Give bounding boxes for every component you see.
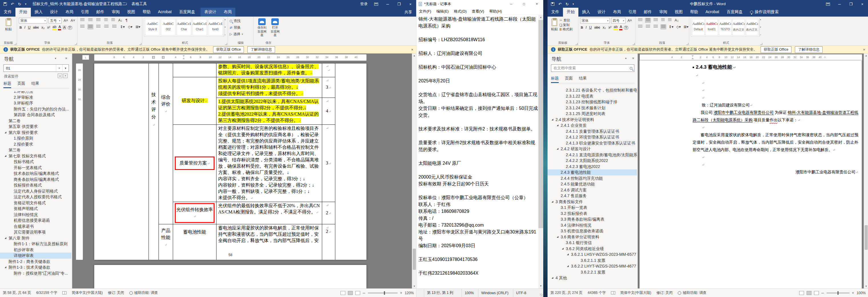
right-document-area[interactable]: 42 246810121416182022242628303234363840 …: [638, 54, 864, 289]
nav-item[interactable]: ◢4 其他: [548, 275, 637, 281]
nav-pane-dropdown-icon[interactable]: ▾: [625, 57, 627, 60]
enclose-char-icon[interactable]: 字: [624, 26, 628, 30]
nav-item[interactable]: 附件五：失信行为的扣分办法...: [0, 106, 71, 112]
nav-item[interactable]: 3.3 商务条款响应/偏离表: [548, 216, 637, 222]
ribbon-display-options-icon[interactable]: [370, 0, 382, 8]
save-icon[interactable]: [551, 2, 554, 6]
nav-item[interactable]: 资格证明文件格式: [0, 200, 71, 206]
nav-item[interactable]: 第三卷: [0, 147, 71, 153]
nav-item[interactable]: 3.6.1 银行资信: [548, 240, 637, 246]
accessibility-status[interactable]: 辅助功能: 调查: [683, 291, 706, 295]
menu-文件(F)[interactable]: 文件(F): [416, 9, 434, 14]
left-doc-scrollbar[interactable]: ▲▼: [412, 54, 416, 289]
nav-item[interactable]: ◢附件1-3：技术关键条款: [0, 264, 71, 270]
nav-pane-close-icon[interactable]: ×: [632, 56, 634, 60]
tell-me-search[interactable]: 操作说明搜索: [746, 8, 782, 17]
notice-close-icon[interactable]: ×: [411, 48, 413, 52]
nav-pane-dropdown-icon[interactable]: ▾: [55, 57, 56, 60]
sort-icon[interactable]: A↓: [674, 18, 680, 23]
tab-selector-box[interactable]: L: [82, 55, 89, 60]
style-chip-Char1[interactable]: AaBbCcDChar1: [192, 19, 207, 35]
ribbon-tab-Acrobat[interactable]: Acrobat: [154, 8, 175, 17]
superscript-icon[interactable]: x²: [608, 25, 612, 30]
grow-font-icon[interactable]: A˄: [627, 19, 633, 23]
select-button[interactable]: ▷选择▾: [230, 32, 252, 37]
notepad-text-area[interactable]: 锦州-大有能源基地-盘锦输油管道工程线路二标段（太阳能电源系统）采购招标编号：L…: [416, 15, 538, 289]
nav-tab-标题[interactable]: 标题: [3, 81, 11, 88]
restore-button[interactable]: ❐: [845, 0, 857, 8]
styles-gallery-scroll[interactable]: ▴▾▿: [224, 18, 226, 37]
get-genuine-office-button[interactable]: 获取正版 Office: [761, 46, 792, 53]
subscript-icon[interactable]: x₂: [41, 25, 45, 30]
nav-item[interactable]: 2.4.6 调试方案: [548, 187, 637, 193]
multilevel-list-icon[interactable]: [95, 18, 101, 23]
nav-tab-页面[interactable]: 页面: [565, 76, 573, 83]
ribbon-tab-文件[interactable]: 文件: [0, 8, 16, 17]
align-center-icon[interactable]: [87, 24, 93, 29]
font-color-icon[interactable]: A: [58, 25, 61, 30]
ribbon-tab-开始[interactable]: 开始: [16, 8, 31, 17]
learn-more-button[interactable]: 了解详细信息: [247, 46, 275, 53]
proofing-icon[interactable]: [62, 291, 67, 294]
nav-item[interactable]: 3.评标程序: [0, 100, 71, 106]
superscript-icon[interactable]: x²: [46, 25, 51, 30]
language-indicator[interactable]: 简体中文(中国大陆): [620, 291, 651, 295]
ribbon-tab-视图[interactable]: 视图: [123, 8, 139, 17]
zoom-slider[interactable]: [368, 293, 398, 293]
zoom-in-icon[interactable]: +: [852, 291, 854, 295]
nav-item[interactable]: 附件1-1：评标方法及授标原则: [0, 241, 71, 247]
nav-item[interactable]: 第四章 合同条款及格式: [0, 112, 71, 118]
table-column-marker-icon[interactable]: [152, 56, 155, 59]
search-magnifier-icon[interactable]: [628, 65, 634, 72]
nav-item[interactable]: 2.3.1.21 各设备尺寸，包括控制柜和蓄电...: [548, 87, 637, 93]
accessibility-status[interactable]: 辅助功能: 调查: [134, 291, 158, 295]
track-changes-indicator[interactable]: 修订: 关闭: [108, 291, 124, 295]
sort-icon[interactable]: A↓: [118, 18, 123, 23]
ribbon-tab-邮件[interactable]: 邮件: [93, 8, 108, 17]
read-mode-icon[interactable]: [799, 291, 804, 295]
collapse-arrow-icon[interactable]: ◢: [562, 246, 563, 252]
indent-marker-icon[interactable]: [183, 55, 185, 59]
qat-customize-icon[interactable]: ▾: [25, 3, 27, 5]
nav-item[interactable]: 2.4.7 售后服务: [548, 193, 637, 199]
collapse-arrow-icon[interactable]: ◢: [557, 146, 558, 152]
justify-icon[interactable]: [660, 24, 666, 29]
paste-button[interactable]: 粘贴: [549, 18, 560, 33]
style-chip-TESTO[interactable]: AaBbCcITESTO: [719, 19, 732, 35]
nav-item[interactable]: 3.5 机密信息接收承诺函: [548, 228, 637, 234]
nav-item[interactable]: ◢3.6.2.1 LHSY-WZGS-2023-MM-6577: [548, 251, 637, 258]
redo-icon[interactable]: ↻: [565, 2, 569, 6]
nav-item[interactable]: ◢2.4 技术评分证明资料: [548, 117, 637, 123]
zoom-slider-thumb[interactable]: [837, 291, 839, 295]
word-count[interactable]: 44365 个字: [588, 291, 606, 295]
nav-item[interactable]: 3.6.2.1.1 发票: [548, 258, 637, 264]
styles-launcher-icon[interactable]: [225, 43, 227, 45]
nav-item[interactable]: ◢3.6.2.2 LHYT-WZGS-2025-MM-4677: [548, 263, 637, 269]
subscript-icon[interactable]: x₂: [602, 25, 607, 30]
nav-tab-结果[interactable]: 结果: [31, 81, 39, 88]
zoom-level[interactable]: 120%: [405, 291, 414, 295]
ribbon-tab-开始[interactable]: 开始: [563, 8, 578, 17]
web-layout-icon[interactable]: [355, 291, 360, 295]
bullets-icon[interactable]: [637, 18, 643, 23]
menu-编辑(E)[interactable]: 编辑(E): [434, 9, 451, 14]
collapse-arrow-icon[interactable]: ◢: [557, 234, 558, 240]
format-painter-button[interactable]: 格式刷: [560, 28, 573, 31]
zoom-slider[interactable]: [827, 293, 849, 293]
nav-item[interactable]: 3.6.2.2.1 发票: [548, 269, 637, 275]
ribbon-tab-Acrobat[interactable]: Acrobat: [702, 8, 723, 17]
italic-icon[interactable]: I: [24, 25, 26, 30]
line-spacing-icon[interactable]: ⇕▾: [119, 25, 125, 29]
nav-search-box[interactable]: 在文档中搜索: [551, 64, 634, 72]
nav-item[interactable]: 3.2 投标报价表: [548, 211, 637, 217]
web-layout-icon[interactable]: [814, 291, 819, 295]
cut-button[interactable]: ✂剪切: [560, 19, 573, 22]
nav-item[interactable]: 2.4.1.2 环境管理体系认证证书: [548, 134, 637, 140]
copy-button[interactable]: 复制: [560, 24, 573, 27]
shading-icon[interactable]: ◇▾: [676, 25, 681, 29]
ribbon-tab-设计[interactable]: 设计: [594, 8, 609, 17]
nav-item[interactable]: 2.4.2.1 直流电源源类/蓄电池类/太阳能系统: [548, 152, 637, 158]
shading-icon[interactable]: ◇▾: [127, 25, 133, 29]
nav-item[interactable]: 2.4.3 蓄电池性能: [548, 169, 637, 176]
decrease-indent-icon[interactable]: [103, 18, 108, 23]
